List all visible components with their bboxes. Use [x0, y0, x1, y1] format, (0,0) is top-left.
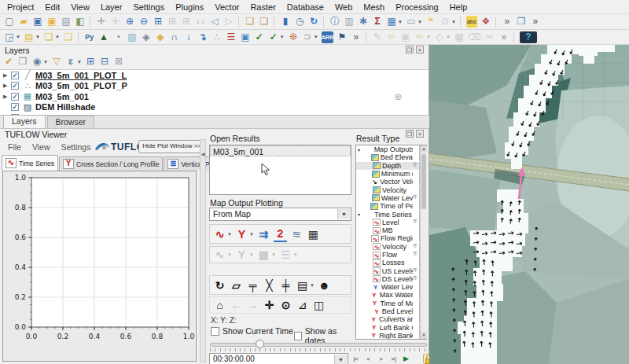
check-files-1d-icon[interactable]: ✓▼ — [267, 31, 286, 44]
map-image-icon[interactable]: ▩▼ — [256, 248, 278, 262]
cube-3d-icon[interactable]: ◆▼ — [153, 31, 167, 44]
layer-m03-mesh[interactable]: ▶ ✓ ▦ M03_5m_001 ◎ — [0, 91, 429, 102]
menu-raster[interactable]: Raster — [245, 2, 281, 13]
scroll-up-icon[interactable]: ▲ — [421, 145, 427, 153]
rt-water-level-cs[interactable]: Y Water Level 2 — [356, 283, 426, 291]
map-export-icon[interactable]: ▣▼ — [238, 31, 252, 44]
group-expand-icon[interactable]: ▾ — [358, 211, 365, 217]
slider-handle[interactable] — [256, 340, 264, 348]
tuflow-menu-view[interactable]: View — [28, 142, 55, 152]
zoom-out-icon[interactable]: ⊖▼ — [137, 15, 151, 28]
menu-layer[interactable]: Layer — [95, 2, 128, 13]
rt-velocity-map[interactable]: Velocity 2 — [356, 186, 426, 193]
save-project-icon[interactable]: ▣▼ — [31, 15, 45, 28]
tab-cross-section[interactable]: YCross Section / Long Profile — [59, 156, 163, 171]
expand-arrow-icon[interactable]: ▶ — [3, 94, 11, 100]
rt-bed-level[interactable]: Y Bed Level 2 — [356, 307, 426, 315]
refresh-map-icon[interactable]: ↻▼ — [307, 15, 321, 28]
scrollbar-thumb[interactable] — [421, 154, 426, 209]
new-3d-map-view-icon[interactable]: ❏▼ — [257, 15, 271, 28]
pan-to-selection-icon[interactable]: ✛▼ — [109, 15, 123, 28]
georeferencer-icon[interactable]: ◔▼ — [111, 31, 125, 44]
map-tips-icon[interactable]: ❝▼ — [424, 15, 438, 28]
layer-visibility-checkbox[interactable]: ✓ — [11, 103, 19, 111]
combo-dropdown-icon[interactable]: ▼ — [337, 209, 350, 219]
float-panel-icon[interactable]: ❐ — [406, 46, 414, 53]
map-output-plotting-select[interactable]: From Map ▼ — [209, 208, 351, 221]
timestep-select[interactable]: 00:30:00.00 ▼ — [209, 353, 348, 364]
rt-map-outputs[interactable]: ▾ Map Outputs — [356, 145, 426, 153]
rt-velocity-ts[interactable]: ∿ Velocity ⇈2 — [356, 243, 426, 251]
open-project-icon[interactable]: ▰▼ — [17, 15, 31, 28]
zoom-next-icon[interactable]: ▷▼ — [222, 15, 236, 28]
result-type-scrollbar[interactable]: ▲ ▼ — [420, 145, 427, 339]
tuflow-menu-settings[interactable]: Settings — [57, 142, 96, 152]
rt-water-level-map[interactable]: Water Level ⇈2 — [356, 194, 426, 202]
pan-map-icon[interactable]: ✛▼ — [94, 15, 109, 28]
filter-expression-icon[interactable]: ε▼ — [64, 55, 83, 68]
freeze-x-axis-icon[interactable]: ╳▼ — [261, 278, 278, 292]
dropdown-arrow-icon[interactable]: ▼ — [35, 35, 40, 39]
rt-culverts-pipes[interactable]: Y Culverts and Pipes 2 — [356, 315, 426, 323]
rt-flow[interactable]: ∿ Flow ⇈2 — [356, 251, 426, 259]
layer-styling-icon[interactable]: ❖▼ — [479, 15, 493, 28]
rt-left-bank-obvert[interactable]: Y Left Bank Obvert 2 — [356, 324, 426, 332]
freeze-axis-icon[interactable]: ╤▼ — [245, 278, 261, 292]
dropdown-arrow-icon[interactable]: ▼ — [280, 35, 285, 39]
zoom-plot-icon[interactable]: ⊙▼ — [278, 299, 294, 312]
menu-processing[interactable]: Processing — [390, 2, 443, 13]
dropdown-arrow-icon[interactable]: ▼ — [417, 20, 422, 24]
new-print-layout-icon[interactable]: ❐▼ — [514, 15, 528, 28]
deselect-features-icon[interactable]: ❏▼ — [42, 31, 61, 44]
vertex-tool-icon[interactable]: ◇▼ — [432, 31, 452, 44]
toolbar-overflow-2-icon[interactable]: »▼ — [528, 15, 543, 28]
group-expand-icon[interactable]: ▾ — [358, 147, 365, 153]
toolbar-separator[interactable]: ▼ — [323, 17, 326, 28]
zoom-full-icon[interactable]: ⊞▼ — [151, 15, 165, 28]
add-group-icon[interactable]: ❐▼ — [16, 55, 30, 68]
new-project-icon[interactable]: ▢▼ — [2, 15, 17, 28]
import-layer-icon[interactable]: ↴▼ — [196, 31, 210, 44]
menu-plugins[interactable]: Plugins — [170, 2, 209, 13]
style-manager-icon[interactable]: ◧▼ — [73, 15, 87, 28]
ts-image-icon[interactable]: ∿▼ — [212, 248, 234, 262]
menu-edit[interactable]: Edit — [39, 2, 65, 13]
layer-visibility-checkbox[interactable]: ✓ — [11, 82, 19, 90]
menu-help[interactable]: Help — [444, 2, 473, 13]
delete-selected-icon[interactable]: ⌫▼ — [466, 31, 483, 44]
save-project-as-icon[interactable]: ▣▼ — [45, 15, 59, 28]
arr-tool-icon[interactable]: ARR▼ — [320, 31, 335, 44]
help-icon[interactable]: ?▼ — [518, 31, 539, 44]
slider-groove[interactable] — [210, 343, 427, 347]
toolbar2-overflow-icon[interactable]: »▼ — [349, 31, 363, 44]
menu-mesh[interactable]: Mesh — [358, 2, 390, 13]
flag-tool-icon[interactable]: ⚑▼ — [335, 31, 349, 44]
add-feature-icon[interactable]: ✏▼ — [413, 31, 432, 44]
rt-level[interactable]: ∿ Level ⇈2 — [356, 219, 426, 226]
manage-map-themes-icon[interactable]: ◉▼ — [30, 55, 50, 68]
zoom-last-icon[interactable]: ◁▼ — [208, 15, 222, 28]
layer-visibility-checkbox[interactable]: ✓ — [11, 72, 19, 79]
tab-layers[interactable]: Layers — [3, 115, 46, 128]
legend-options-icon[interactable]: ▤▼ — [294, 278, 316, 292]
select-by-location-icon[interactable]: ❏▼ — [61, 31, 75, 44]
menu-web[interactable]: Web — [329, 2, 358, 13]
remove-layer-icon[interactable]: ⊠▼ — [112, 55, 126, 68]
grid-table-icon[interactable]: ▦▼ — [305, 227, 322, 241]
toolbar-overflow-icon[interactable]: »▼ — [500, 15, 514, 28]
close-panel-icon[interactable]: × — [416, 46, 424, 53]
forward-view-icon[interactable]: →▼ — [245, 299, 261, 312]
rt-bed-elevation[interactable]: Bed Elevation 2 — [356, 153, 426, 161]
open-layer-styling-icon[interactable]: ✔▼ — [2, 55, 16, 68]
freeze-y-axis-icon[interactable]: ╪▼ — [278, 278, 294, 292]
dropdown-arrow-icon[interactable]: ▼ — [398, 20, 403, 24]
toolbar-separator[interactable]: ▼ — [238, 17, 241, 28]
filter-legend-icon[interactable]: ▽▼ — [50, 55, 64, 68]
layer-visibility-checkbox[interactable]: ✓ — [11, 93, 19, 101]
expand-all-icon[interactable]: ⊞▼ — [83, 55, 97, 68]
spatial-bookmarks-icon[interactable]: ▮▼ — [278, 15, 292, 28]
modify-attributes-icon[interactable]: ▦▼ — [452, 31, 466, 44]
rt-us-levels[interactable]: ∿ US Levels ⇈2 — [356, 267, 426, 274]
clear-plot-icon[interactable]: ▱▼ — [228, 278, 245, 292]
plot-canvas[interactable]: 0.00.20.40.60.81.00.00.20.40.60.81.0 — [3, 171, 196, 361]
